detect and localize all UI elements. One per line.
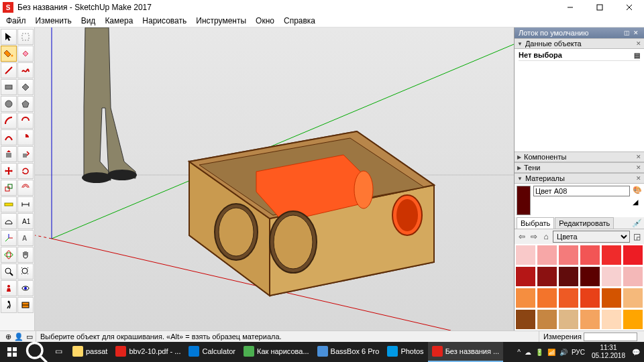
color-swatch[interactable] — [601, 309, 622, 330]
tray-wifi-icon[interactable]: 📶 — [547, 349, 555, 356]
tool-polygon[interactable] — [17, 96, 34, 112]
taskbar-app[interactable]: bbv2-10.pdf - ... — [111, 342, 184, 362]
tool-offset[interactable] — [17, 180, 34, 196]
color-swatch[interactable] — [601, 245, 622, 265]
entity-detail-icon[interactable]: ▤ — [634, 52, 640, 59]
tray-pin-icon[interactable]: ◫ — [623, 29, 631, 37]
color-swatch[interactable] — [537, 288, 557, 308]
close-button[interactable] — [614, 0, 644, 15]
color-swatch[interactable] — [515, 309, 536, 330]
tool-move[interactable] — [1, 163, 17, 179]
color-swatch[interactable] — [623, 245, 643, 265]
tool-rectangle[interactable] — [1, 79, 17, 95]
panel-entity-info[interactable]: ▼Данные объекта✕ — [515, 38, 644, 49]
tool-tape[interactable] — [1, 196, 17, 213]
maximize-button[interactable] — [585, 0, 614, 15]
color-swatch[interactable] — [537, 245, 557, 265]
tool-circle[interactable] — [1, 96, 17, 112]
taskbar-app[interactable]: Calculator — [184, 342, 239, 362]
taskbar-clock[interactable]: 11:31 05.12.2018 — [589, 344, 628, 360]
tool-3pt-arc[interactable] — [1, 129, 17, 145]
color-swatch[interactable] — [537, 309, 557, 330]
tool-look-around[interactable] — [17, 280, 34, 296]
menu-camera[interactable]: Камера — [100, 15, 138, 27]
tab-select[interactable]: Выбрать — [517, 217, 554, 229]
color-swatch[interactable] — [558, 245, 579, 265]
color-swatch[interactable] — [580, 245, 600, 265]
search-button[interactable] — [24, 342, 48, 362]
tray-battery-icon[interactable]: 🔋 — [535, 349, 543, 356]
notification-icon[interactable]: 💬 — [632, 349, 640, 356]
color-swatch[interactable] — [601, 288, 622, 308]
tool-dimension[interactable] — [17, 196, 34, 213]
eyedropper-icon[interactable]: 💉 — [632, 219, 642, 228]
tray-lang[interactable]: РУС — [572, 349, 585, 356]
color-swatch[interactable] — [515, 266, 536, 287]
color-swatch[interactable] — [580, 288, 600, 308]
tool-orbit[interactable] — [1, 247, 17, 263]
menu-file[interactable]: Файл — [1, 15, 31, 27]
tool-rotate[interactable] — [17, 163, 34, 179]
tool-make-component[interactable] — [17, 29, 34, 45]
tool-select[interactable] — [1, 29, 17, 45]
tool-eraser[interactable] — [17, 46, 34, 62]
tool-line[interactable] — [1, 62, 17, 78]
task-view-button[interactable]: ▭ — [48, 342, 68, 362]
color-swatch[interactable] — [601, 266, 622, 287]
tool-2pt-arc[interactable] — [17, 113, 34, 129]
tool-scale[interactable] — [1, 180, 17, 196]
nav-detail-icon[interactable]: ◲ — [631, 231, 642, 242]
menu-help[interactable]: Справка — [279, 15, 320, 27]
taskbar-app[interactable]: Без названия ... — [428, 342, 504, 362]
material-secondary-icon[interactable]: ◢ — [633, 198, 642, 207]
taskbar-app[interactable]: passat — [68, 342, 111, 362]
menu-view[interactable]: Вид — [76, 15, 101, 27]
tray-up-icon[interactable]: ^ — [517, 349, 521, 356]
tool-rotated-rect[interactable] — [17, 79, 34, 95]
start-button[interactable] — [0, 342, 24, 362]
tool-3d-text[interactable]: A — [17, 230, 34, 246]
taskbar-app[interactable]: Photos — [383, 342, 427, 362]
color-swatch[interactable] — [558, 288, 579, 308]
nav-home-icon[interactable]: ⌂ — [541, 231, 551, 242]
material-create-icon[interactable]: 🎨 — [633, 186, 642, 195]
tool-pan[interactable] — [17, 247, 34, 263]
panel-shadows[interactable]: ▶Тени✕ — [515, 162, 644, 173]
color-swatch[interactable] — [580, 309, 600, 330]
taskbar-app[interactable]: Как нарисова... — [239, 342, 313, 362]
tool-text[interactable]: A1 — [17, 213, 34, 229]
menu-draw[interactable]: Нарисовать — [138, 15, 191, 27]
tool-position-camera[interactable] — [1, 280, 17, 296]
minimize-button[interactable] — [555, 0, 585, 15]
color-swatch[interactable] — [623, 266, 643, 287]
menu-tools[interactable]: Инструменты — [191, 15, 251, 27]
tool-arc[interactable] — [1, 113, 17, 129]
tool-follow-me[interactable] — [17, 146, 34, 162]
nav-back-icon[interactable]: ⇦ — [517, 231, 527, 242]
color-swatch[interactable] — [623, 309, 643, 330]
measurements-input[interactable] — [584, 333, 637, 341]
tool-pie[interactable] — [17, 129, 34, 145]
tool-axes[interactable] — [1, 230, 17, 246]
3d-viewport[interactable] — [35, 27, 514, 330]
tool-zoom[interactable] — [1, 263, 17, 280]
nav-fwd-icon[interactable]: ⇨ — [529, 231, 539, 242]
tool-section[interactable] — [17, 297, 34, 313]
color-swatch[interactable] — [515, 288, 536, 308]
status-person-icon[interactable]: 👤 — [14, 333, 23, 341]
color-swatch[interactable] — [558, 266, 579, 287]
color-swatch[interactable] — [515, 245, 536, 265]
tab-edit[interactable]: Редактировать — [555, 217, 614, 229]
color-swatch[interactable] — [580, 266, 600, 287]
material-name-input[interactable] — [533, 186, 630, 196]
tray-cloud-icon[interactable]: ☁ — [525, 349, 531, 356]
tool-zoom-extents[interactable] — [17, 263, 34, 280]
tray-close-icon[interactable]: ✕ — [632, 29, 640, 37]
tool-walk[interactable] — [1, 297, 17, 313]
panel-components[interactable]: ▶Компоненты✕ — [515, 152, 644, 162]
color-swatch[interactable] — [623, 288, 643, 308]
panel-materials[interactable]: ▼Материалы✕ — [515, 173, 644, 184]
menu-edit[interactable]: Изменить — [31, 15, 76, 27]
menu-window[interactable]: Окно — [251, 15, 279, 27]
tool-pushpull[interactable] — [1, 146, 17, 162]
